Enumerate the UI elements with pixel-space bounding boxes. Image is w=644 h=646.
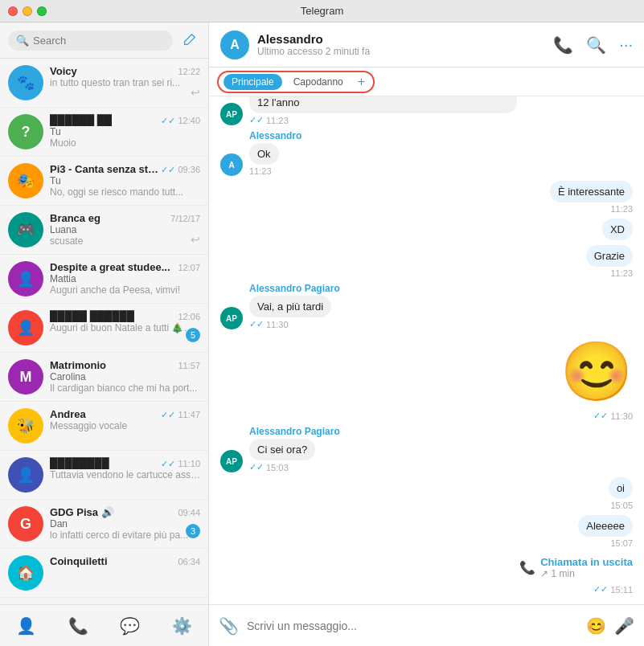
search-input[interactable] <box>33 35 165 47</box>
search-icon: 🔍 <box>16 35 29 47</box>
list-item[interactable]: 🏠Coinquiletti06:34 <box>0 549 208 598</box>
message-bubble: XD <box>602 219 633 240</box>
sidebar: 🔍 🐾Voicy12:22in tutto questo tran tran s… <box>0 22 209 646</box>
forward-icon: ↩ <box>191 86 200 99</box>
list-item[interactable]: 👤████████✓✓ 11:10Tuttavia vendono le car… <box>0 451 208 500</box>
chat-time: ✓✓ 12:40 <box>161 116 200 126</box>
chat-preview: Il cardigan bianco che mi ha port... <box>50 382 200 394</box>
chat-sender: Tu <box>50 126 200 137</box>
call-duration: ↗ 1 min <box>540 568 633 579</box>
chat-header-name: Alessandro <box>257 32 545 46</box>
message-bubble: È interessante <box>550 181 633 202</box>
chat-info: Coinquiletti06:34 <box>50 555 200 567</box>
message-time: 11:23 <box>249 166 272 176</box>
forward-icon: ↩ <box>191 233 200 246</box>
chat-header-actions: 📞 🔍 ··· <box>553 35 633 55</box>
compose-button[interactable] <box>178 29 200 51</box>
message-sender: Alessandro <box>249 130 301 141</box>
chat-preview: Auguri anche da Peesa, vimvi! <box>50 284 200 296</box>
chat-badge: 3 <box>186 524 200 538</box>
minimize-button[interactable] <box>23 6 32 16</box>
nav-settings[interactable]: ⚙️ <box>166 610 199 642</box>
message-time: 11:30 <box>610 411 633 421</box>
avatar: A <box>220 153 243 176</box>
message-time: 11:23 <box>610 204 633 214</box>
tab-add-button[interactable]: + <box>355 75 368 89</box>
message-time: 15:07 <box>610 538 633 548</box>
chat-info: █████ ██████12:06Auguri di buon Natale a… <box>50 310 200 333</box>
chat-time: 06:34 <box>178 557 200 566</box>
message-bubble-wrap: AlessandroOk11:23 <box>249 130 301 176</box>
chat-name: GDG Pisa 🔊 <box>50 506 114 518</box>
attach-button[interactable]: 📎 <box>219 616 239 636</box>
list-item[interactable]: 👤█████ ██████12:06Auguri di buon Natale … <box>0 304 208 353</box>
avatar: G <box>8 506 43 542</box>
list-item[interactable]: 🐝Andrea✓✓ 11:47Messaggio vocale <box>0 402 208 451</box>
more-button[interactable]: ··· <box>619 35 633 55</box>
chat-info: Andrea✓✓ 11:47Messaggio vocale <box>50 408 200 431</box>
chat-info: ██████ ██✓✓ 12:40TuMuoio <box>50 114 200 149</box>
avatar: AP <box>220 450 243 472</box>
nav-chats[interactable]: 💬 <box>114 610 146 642</box>
chat-time: ✓✓ 11:47 <box>161 410 200 420</box>
chat-header-avatar: A <box>220 31 249 59</box>
chat-sender: Tu <box>50 175 200 186</box>
message-bubble-wrap: Aleeeee15:07 <box>578 515 633 548</box>
message-time: 11:23 <box>610 268 633 278</box>
avatar: M <box>8 359 43 395</box>
chat-time: 09:44 <box>178 508 200 517</box>
voice-button[interactable]: 🎤 <box>614 616 634 636</box>
avatar: 🐾 <box>8 65 43 100</box>
chat-preview: scusate <box>50 235 200 247</box>
emoji-button[interactable]: 😊 <box>586 616 606 636</box>
chat-badge: 5 <box>186 328 200 342</box>
table-row: Aleeeee15:07 <box>220 515 633 548</box>
list-item[interactable]: MMatrimonio11:57CarolinaIl cardigan bian… <box>0 353 208 402</box>
call-button[interactable]: 📞 <box>553 35 573 55</box>
message-bubble-wrap: Alessandro PagiaroCi sei ora?✓✓15:03 <box>249 426 340 472</box>
close-button[interactable] <box>8 6 18 16</box>
chat-sender: Mattia <box>50 273 200 284</box>
search-chat-button[interactable]: 🔍 <box>586 35 606 55</box>
message-time: 15:03 <box>266 463 289 472</box>
chat-sender: Carolina <box>50 371 200 382</box>
avatar: AP <box>220 307 243 329</box>
chat-time: 12:06 <box>178 312 200 321</box>
chat-info: GDG Pisa 🔊09:44Danlo infatti cerco di ev… <box>50 506 200 541</box>
list-item[interactable]: 🎭Pi3 - Canta senza ston...✓✓ 09:36TuNo, … <box>0 157 208 206</box>
avatar: 👤 <box>8 457 43 493</box>
maximize-button[interactable] <box>37 6 47 16</box>
table-row: È interessante11:23 <box>220 181 633 214</box>
chat-name: Pi3 - Canta senza ston... <box>50 163 161 175</box>
message-bubble: Grazie <box>586 245 633 267</box>
chat-list: 🐾Voicy12:22in tutto questo tran tran sei… <box>0 59 208 604</box>
chat-name: ██████ ██ <box>50 114 112 126</box>
table-row: XD <box>220 219 633 240</box>
chat-name: Coinquiletti <box>50 555 108 567</box>
message-bubble-wrap: 📞Chiamata in uscita↗ 1 min✓✓15:11 <box>519 553 633 595</box>
list-item[interactable]: GGDG Pisa 🔊09:44Danlo infatti cerco di e… <box>0 500 208 549</box>
list-item[interactable]: 👤Despite a great studee...12:07MattiaAug… <box>0 255 208 304</box>
avatar: 👤 <box>8 261 43 296</box>
list-item[interactable]: 🐾Voicy12:22in tutto questo tran tran sei… <box>0 59 208 108</box>
message-bubble: oi <box>609 477 633 499</box>
chat-header-status: Ultimo accesso 2 minuti fa <box>257 46 545 57</box>
table-row: 😊✓✓11:30 <box>220 334 633 421</box>
message-bubble-wrap: È interessante11:23 <box>550 181 633 214</box>
search-bar: 🔍 <box>0 22 208 59</box>
table-row: AAlessandroOk11:23 <box>220 130 633 176</box>
message-time: 11:23 <box>266 116 289 125</box>
message-input[interactable] <box>247 619 578 632</box>
table-row: oi15:05 <box>220 477 633 510</box>
chat-time: ✓✓ 09:36 <box>161 165 200 175</box>
search-bar-inner[interactable]: 🔍 <box>8 31 173 51</box>
chat-info: Branca eg7/12/17Luanascusate <box>50 212 200 247</box>
nav-contacts[interactable]: 👤 <box>10 610 42 642</box>
nav-calls[interactable]: 📞 <box>62 610 94 642</box>
list-item[interactable]: ?██████ ██✓✓ 12:40TuMuoio <box>0 108 208 157</box>
tab-item[interactable]: Capodanno <box>285 74 351 90</box>
chat-preview: Muoio <box>50 137 200 149</box>
tab-item[interactable]: Principale <box>224 74 282 90</box>
list-item[interactable]: 🎮Branca eg7/12/17Luanascusate↩ <box>0 206 208 255</box>
chat-preview: Messaggio vocale <box>50 420 200 431</box>
